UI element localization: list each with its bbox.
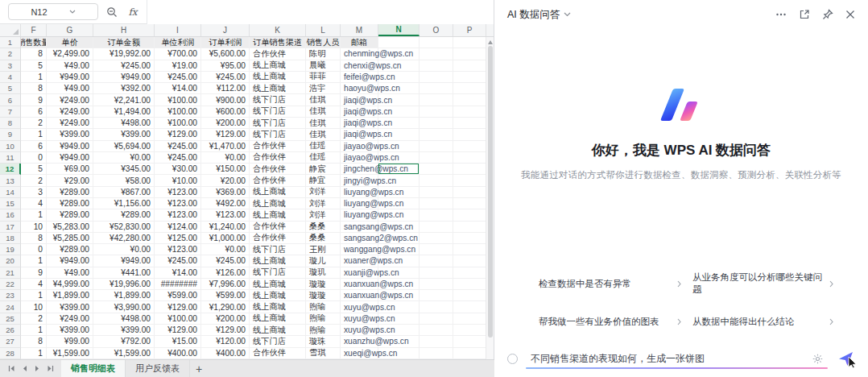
cell-P21[interactable] — [453, 267, 486, 279]
cell-I24[interactable]: ¥129.00 — [155, 301, 201, 313]
cell-H17[interactable]: ¥52,830.00 — [93, 222, 155, 233]
cell-G28[interactable]: ¥1,599.00 — [47, 348, 93, 359]
cell-O24[interactable] — [420, 301, 453, 313]
cell-G3[interactable]: ¥49.00 — [47, 60, 93, 72]
cell-M18[interactable]: sangsang2@wps.cn — [341, 233, 378, 244]
cell-H25[interactable]: ¥498.00 — [93, 313, 155, 325]
select-all-corner[interactable] — [0, 24, 21, 36]
row-header-6[interactable]: 6 — [0, 94, 21, 106]
suggestion-check-anomaly[interactable]: 检查数据中是否有异常 — [539, 271, 681, 296]
cell-F23[interactable]: 1 — [21, 290, 47, 301]
row-header-17[interactable]: 17 — [0, 222, 21, 233]
cell-J7[interactable]: ¥600.00 — [201, 106, 250, 118]
cell-F22[interactable]: 4 — [21, 279, 47, 290]
cell-G26[interactable]: ¥399.00 — [47, 325, 93, 336]
row-header-9[interactable]: 9 — [0, 129, 21, 140]
row-header-27[interactable]: 27 — [0, 336, 21, 347]
cell-J24[interactable]: ¥1,290.00 — [201, 301, 250, 313]
new-session-icon[interactable] — [507, 354, 518, 364]
cell-K16[interactable]: 线上商城 — [250, 209, 306, 221]
cell-M9[interactable]: jiaqi@wps.cn — [341, 129, 378, 140]
cell-I12[interactable]: ¥30.00 — [155, 164, 201, 175]
cell-M27[interactable]: xuanzhu@wps.cn — [341, 336, 378, 347]
column-header-O[interactable]: O — [420, 24, 453, 36]
cell-O16[interactable] — [420, 209, 453, 221]
cell-P1[interactable] — [453, 37, 486, 48]
cell-H20[interactable]: ¥949.00 — [93, 255, 155, 267]
cell-I23[interactable]: ¥599.00 — [155, 290, 201, 301]
row-header-3[interactable]: 3 — [0, 60, 21, 72]
row-header-19[interactable]: 19 — [0, 244, 21, 255]
cell-I26[interactable]: ¥129.00 — [155, 325, 201, 336]
column-header-L[interactable]: L — [306, 24, 341, 36]
cell-L4[interactable]: 菲菲 — [306, 72, 341, 83]
cell-O19[interactable] — [420, 244, 453, 255]
cell-P9[interactable] — [453, 129, 486, 140]
cell-L24[interactable]: 煦瑜 — [306, 301, 341, 313]
cell-O20[interactable] — [420, 255, 453, 267]
cell-header-M[interactable]: 邮箱 — [341, 37, 378, 48]
cell-O21[interactable] — [420, 267, 453, 279]
cell-J9[interactable]: ¥129.00 — [201, 129, 250, 140]
cell-I7[interactable]: ¥100.00 — [155, 106, 201, 118]
cell-O5[interactable] — [420, 83, 453, 94]
cell-F19[interactable]: 0 — [21, 244, 47, 255]
cell-K4[interactable]: 线上商城 — [250, 72, 306, 83]
row-header-22[interactable]: 22 — [0, 279, 21, 290]
cell-L28[interactable]: 雪琪 — [306, 348, 341, 359]
cell-O25[interactable] — [420, 313, 453, 325]
cell-M6[interactable]: jiaqi@wps.cn — [341, 94, 378, 106]
cell-M2[interactable]: chenming@wps.cn — [341, 48, 378, 60]
column-header-G[interactable]: G — [47, 24, 93, 36]
cell-L21[interactable]: 璇玑 — [306, 267, 341, 279]
cell-header-L[interactable]: 销售人员 — [306, 37, 341, 48]
cell-F6[interactable]: 9 — [21, 94, 47, 106]
cell-H28[interactable]: ¥1,599.00 — [93, 348, 155, 359]
cell-H10[interactable]: ¥5,694.00 — [93, 141, 155, 152]
cell-M5[interactable]: haoyu@wps.cn — [341, 83, 378, 94]
cell-F14[interactable]: 3 — [21, 187, 47, 198]
cell-O23[interactable] — [420, 290, 453, 301]
cell-F28[interactable]: 1 — [21, 348, 47, 359]
cell-P4[interactable] — [453, 72, 486, 83]
cell-K27[interactable]: 线下门店 — [250, 336, 306, 347]
cell-J10[interactable]: ¥1,470.00 — [201, 141, 250, 152]
cell-G20[interactable]: ¥949.00 — [47, 255, 93, 267]
cell-P19[interactable] — [453, 244, 486, 255]
cell-L20[interactable]: 璇儿 — [306, 255, 341, 267]
chevron-down-icon[interactable] — [564, 12, 571, 17]
cell-I2[interactable]: ¥700.00 — [155, 48, 201, 60]
cell-M10[interactable]: jiayao@wps.cn — [341, 141, 378, 152]
cell-H8[interactable]: ¥498.00 — [93, 118, 155, 129]
cell-L26[interactable]: 煦瑜 — [306, 325, 341, 336]
column-header-K[interactable]: K — [250, 24, 306, 36]
cell-G24[interactable]: ¥399.00 — [47, 301, 93, 313]
cell-G25[interactable]: ¥249.00 — [47, 313, 93, 325]
cell-F3[interactable]: 5 — [21, 60, 47, 72]
gear-icon[interactable] — [812, 354, 823, 364]
row-header-14[interactable]: 14 — [0, 187, 21, 198]
cell-header-F[interactable]: 销售数量 — [21, 37, 47, 48]
cell-L13[interactable]: 静宜 — [306, 175, 341, 186]
cell-O27[interactable] — [420, 336, 453, 347]
suggestion-business-questions[interactable]: 从业务角度可以分析哪些关键问题 — [692, 271, 833, 296]
cell-M13[interactable]: jingyi@wps.cn — [341, 175, 378, 186]
cell-header-H[interactable]: 订单金额 — [93, 37, 155, 48]
cell-J12[interactable]: ¥150.00 — [201, 164, 250, 175]
row-header-24[interactable]: 24 — [0, 301, 21, 313]
cell-P7[interactable] — [453, 106, 486, 118]
cell-F16[interactable]: 1 — [21, 209, 47, 221]
row-header-13[interactable]: 13 — [0, 175, 21, 186]
cell-H3[interactable]: ¥245.00 — [93, 60, 155, 72]
cell-L19[interactable]: 王刚 — [306, 244, 341, 255]
scroll-up-icon[interactable] — [488, 40, 493, 44]
last-sheet-icon[interactable] — [45, 363, 55, 375]
cell-I14[interactable]: ¥123.00 — [155, 187, 201, 198]
cell-M16[interactable]: liuyang@wps.cn — [341, 209, 378, 221]
cell-K17[interactable]: 合作伙伴 — [250, 222, 306, 233]
row-header-15[interactable]: 15 — [0, 198, 21, 209]
cell-O2[interactable] — [420, 48, 453, 60]
cell-L2[interactable]: 陈明 — [306, 48, 341, 60]
cell-G9[interactable]: ¥399.00 — [47, 129, 93, 140]
cell-K3[interactable]: 线上商城 — [250, 60, 306, 72]
